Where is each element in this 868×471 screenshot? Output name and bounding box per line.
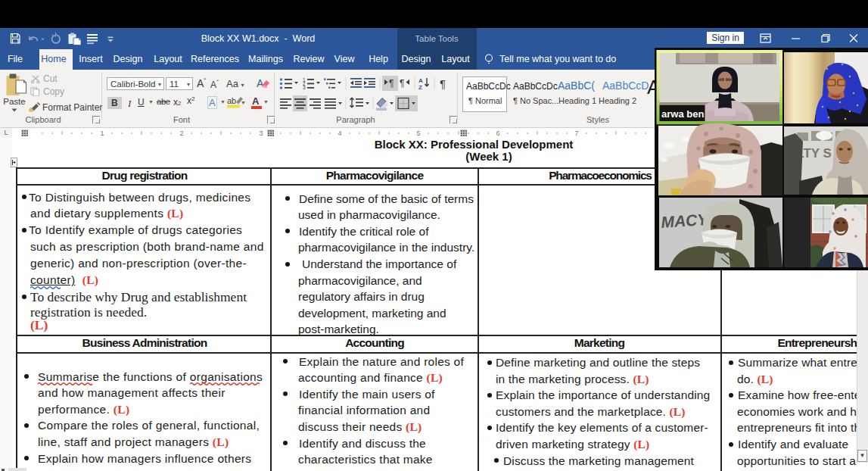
svg-text:A: A [257, 77, 264, 89]
svg-text:ab: ab [227, 96, 236, 105]
svg-text:6: 6 [496, 129, 499, 137]
svg-text:3: 3 [303, 85, 306, 90]
svg-text:1: 1 [100, 129, 104, 137]
svg-text:¶: ¶ [440, 77, 446, 90]
svg-text:¶: ¶ [389, 78, 394, 89]
svg-text:▼: ▼ [241, 100, 245, 105]
svg-text:5: 5 [416, 129, 420, 137]
svg-text:2: 2 [179, 129, 183, 137]
svg-text:arwa ben: arwa ben [661, 108, 704, 120]
svg-text:4: 4 [338, 129, 341, 137]
svg-text:Z: Z [418, 84, 422, 91]
svg-text:3: 3 [259, 129, 263, 137]
svg-text:MACY: MACY [661, 211, 710, 231]
svg-text:7: 7 [574, 129, 578, 137]
svg-text:¶: ¶ [400, 78, 404, 89]
svg-text:A: A [418, 77, 423, 84]
